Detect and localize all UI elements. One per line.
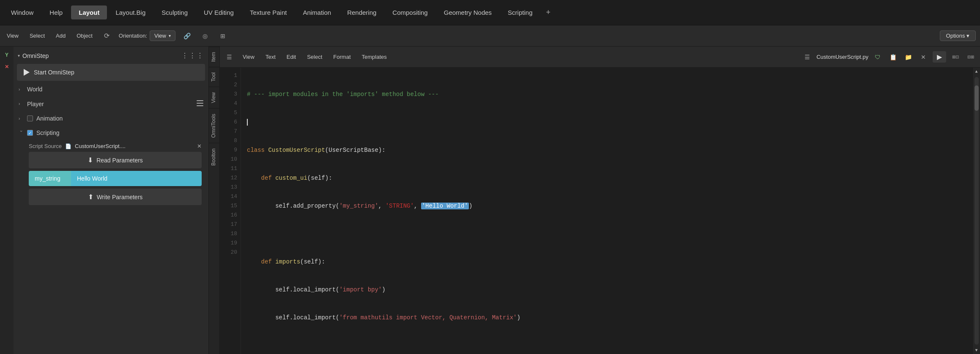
line-num-5: 5	[220, 108, 241, 118]
tab-geometry-nodes[interactable]: Geometry Nodes	[436, 5, 499, 19]
tree-item-animation[interactable]: › Animation	[17, 113, 205, 124]
play-icon	[24, 69, 30, 76]
tree-item-player[interactable]: › Player	[17, 98, 205, 110]
tab-sculpting[interactable]: Sculpting	[154, 5, 195, 19]
line-num-16: 16	[220, 211, 241, 220]
folder-icon[interactable]: 📁	[902, 51, 914, 63]
tab-texture-paint[interactable]: Texture Paint	[242, 5, 295, 19]
code-editor[interactable]: 1 2 3 4 5 6 7 8 9 10 11 12 13 14 15 16 1…	[220, 68, 980, 354]
menu-help[interactable]: Help	[42, 5, 70, 19]
param-row: my_string Hello World	[29, 171, 202, 186]
close-file-icon[interactable]: ✕	[917, 51, 929, 63]
write-params-label: Write Parameters	[97, 194, 143, 200]
snap-icon[interactable]: 🔗	[181, 30, 193, 42]
tab-animation[interactable]: Animation	[295, 5, 339, 19]
player-menu-icon[interactable]	[197, 100, 203, 107]
tab-layout-big[interactable]: Layout.Big	[108, 5, 153, 19]
scrollbar-thumb[interactable]	[975, 85, 979, 111]
tab-layout[interactable]: Layout	[71, 5, 107, 19]
editor-menu-view[interactable]: View	[239, 52, 258, 62]
panel-header: ▾ OmniStep ⋮⋮⋮	[17, 50, 205, 61]
grid-icon[interactable]: ⊞	[217, 30, 229, 42]
right-scrollbar[interactable]: ▲ ▼	[972, 68, 980, 354]
axis-y-indicator: Y	[2, 50, 12, 60]
omnistep-title-text: OmniStep	[22, 52, 49, 59]
world-label: World	[27, 86, 42, 93]
svg-rect-1	[197, 103, 203, 104]
expand-icon[interactable]: ⊟⊞	[965, 51, 977, 63]
svg-rect-2	[197, 105, 203, 106]
run-script-button[interactable]: ▶	[933, 51, 946, 63]
code-line-10	[247, 341, 966, 350]
tab-scripting[interactable]: Scripting	[500, 5, 540, 19]
tab-compositing[interactable]: Compositing	[385, 5, 435, 19]
start-omnistep-button[interactable]: Start OmniStep	[17, 64, 205, 81]
code-line-8: self.local_import('import bpy')	[247, 285, 966, 294]
script-file-icon: 📄	[65, 143, 71, 149]
copy-icon[interactable]: 📋	[887, 51, 899, 63]
player-label: Player	[27, 101, 44, 107]
toolbar-view[interactable]: View	[4, 31, 21, 41]
line-num-12: 12	[220, 173, 241, 183]
transform-icon[interactable]: ⟳	[101, 30, 113, 42]
toolbar-object[interactable]: Object	[74, 31, 95, 41]
orientation-dropdown[interactable]: View ▾	[150, 30, 175, 41]
scroll-down-icon[interactable]: ▼	[973, 346, 980, 354]
side-tabs: Item Tool View OmniTools Boolton	[208, 47, 219, 354]
side-tab-omnitools[interactable]: OmniTools	[209, 108, 219, 143]
editor-menu-templates[interactable]: Templates	[359, 52, 390, 62]
script-source-row: Script Source 📄 CustomUserScript.... ✕	[29, 143, 202, 149]
proportional-icon[interactable]: ◎	[199, 30, 211, 42]
editor-menu-select[interactable]: Select	[304, 52, 326, 62]
tree-arrow-scripting: ›	[19, 130, 24, 135]
editor-menu-icon[interactable]: ☰	[223, 51, 235, 63]
read-parameters-button[interactable]: ⬇ Read Parameters	[29, 152, 202, 168]
options-button[interactable]: Options ▾	[940, 30, 976, 41]
write-parameters-button[interactable]: ⬆ Write Parameters	[29, 189, 202, 205]
scrollbar-track[interactable]	[975, 77, 979, 345]
editor-file-menu-icon[interactable]: ☰	[801, 51, 813, 63]
start-button-label: Start OmniStep	[34, 69, 74, 76]
editor-menu-edit[interactable]: Edit	[283, 52, 299, 62]
left-toolbar: Y ✕	[0, 47, 14, 354]
main-content: Y ✕ ▾ OmniStep ⋮⋮⋮ Start OmniStep	[0, 47, 980, 354]
scripting-checkbox[interactable]	[27, 130, 33, 136]
line-num-14: 14	[220, 192, 241, 201]
editor-menu-text[interactable]: Text	[262, 52, 279, 62]
code-content[interactable]: # --- import modules in the 'imports' me…	[241, 68, 972, 354]
param-value[interactable]: Hello World	[71, 171, 202, 186]
panel-options-icon[interactable]: ⋮⋮⋮	[181, 52, 204, 60]
tab-uv-editing[interactable]: UV Editing	[196, 5, 241, 19]
line-num-3: 3	[220, 90, 241, 99]
omnistep-title[interactable]: ▾ OmniStep	[18, 52, 49, 59]
line-num-9: 9	[220, 145, 241, 155]
top-menu-bar: Window Help Layout Layout.Big Sculpting …	[0, 0, 980, 25]
scroll-up-icon[interactable]: ▲	[973, 68, 980, 75]
omnistep-panel: ▾ OmniStep ⋮⋮⋮ Start OmniStep › World	[14, 47, 208, 354]
menu-window[interactable]: Window	[3, 5, 41, 19]
code-line-9: self.local_import('from mathutils import…	[247, 313, 966, 322]
script-source-close-button[interactable]: ✕	[197, 143, 202, 149]
tree-item-world[interactable]: › World	[17, 83, 205, 95]
editor-topbar: ☰ View Text Edit Select Format Templates…	[220, 47, 980, 68]
tab-rendering[interactable]: Rendering	[339, 5, 384, 19]
toolbar-select[interactable]: Select	[27, 31, 47, 41]
animation-checkbox[interactable]	[27, 115, 33, 121]
toolbar-add[interactable]: Add	[53, 31, 68, 41]
side-tab-tool[interactable]: Tool	[209, 67, 219, 87]
editor-menu-format[interactable]: Format	[330, 52, 354, 62]
line-num-11: 11	[220, 164, 241, 173]
layout-icon[interactable]: ⊞⊡	[950, 51, 961, 63]
svg-rect-0	[197, 100, 203, 101]
shield-icon[interactable]: 🛡	[872, 51, 884, 63]
script-source-name[interactable]: CustomUserScript....	[75, 143, 126, 149]
line-num-1: 1	[220, 71, 241, 80]
tree-item-scripting[interactable]: › Scripting	[17, 127, 205, 139]
code-line-1: # --- import modules in the 'imports' me…	[247, 90, 966, 99]
side-tab-item[interactable]: Item	[209, 47, 219, 67]
side-tab-boolton[interactable]: Boolton	[209, 143, 219, 171]
tree-arrow-player: ›	[19, 102, 24, 106]
line-num-2: 2	[220, 80, 241, 90]
add-tab-button[interactable]: +	[541, 5, 556, 19]
side-tab-view[interactable]: View	[209, 87, 219, 108]
